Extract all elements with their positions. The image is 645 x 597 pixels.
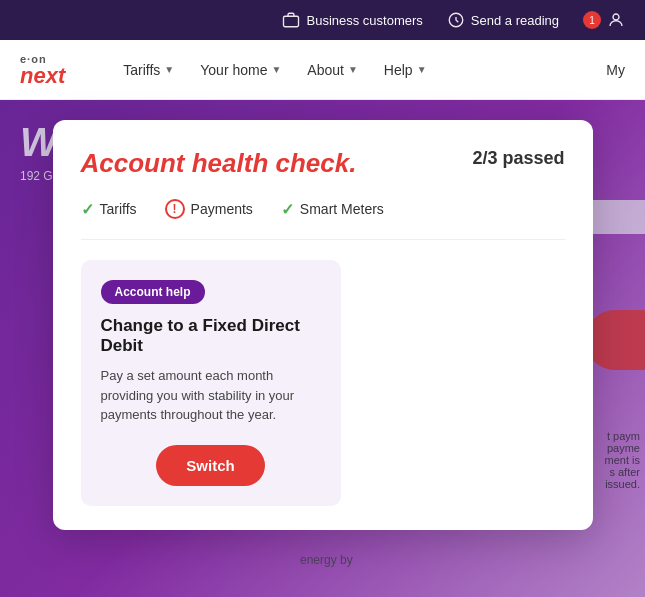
nav-about-label: About — [307, 62, 344, 78]
check-items-row: ✓ Tariffs ! Payments ✓ Smart Meters — [81, 199, 565, 240]
modal-title: Account health check. — [81, 148, 357, 179]
nav-tariffs[interactable]: Tariffs ▼ — [115, 62, 182, 78]
logo-next: next — [20, 65, 65, 87]
chevron-down-icon: ▼ — [417, 64, 427, 75]
notification-count: 1 — [589, 15, 595, 26]
top-bar: Business customers Send a reading 1 — [0, 0, 645, 40]
card-description: Pay a set amount each month providing yo… — [101, 366, 321, 425]
check-item-tariffs: ✓ Tariffs — [81, 200, 137, 219]
chevron-down-icon: ▼ — [348, 64, 358, 75]
chevron-down-icon: ▼ — [164, 64, 174, 75]
modal-score: 2/3 passed — [472, 148, 564, 169]
check-payments-label: Payments — [191, 201, 253, 217]
business-customers-label: Business customers — [306, 13, 422, 28]
nav-my[interactable]: My — [606, 62, 625, 78]
briefcase-icon — [282, 11, 300, 29]
meter-icon — [447, 11, 465, 29]
switch-button[interactable]: Switch — [156, 445, 264, 486]
chevron-down-icon: ▼ — [271, 64, 281, 75]
nav-your-home[interactable]: Your home ▼ — [192, 62, 289, 78]
svg-rect-0 — [284, 16, 299, 27]
check-item-payments: ! Payments — [165, 199, 253, 219]
modal-header: Account health check. 2/3 passed — [81, 148, 565, 179]
business-customers-link[interactable]: Business customers — [282, 11, 422, 29]
nav-bar: e·on next Tariffs ▼ Your home ▼ About ▼ … — [0, 40, 645, 100]
check-tariffs-label: Tariffs — [100, 201, 137, 217]
notification-badge: 1 — [583, 11, 601, 29]
nav-your-home-label: Your home — [200, 62, 267, 78]
nav-help-label: Help — [384, 62, 413, 78]
check-green-icon-2: ✓ — [281, 200, 294, 219]
logo: e·on next — [20, 53, 65, 87]
nav-about[interactable]: About ▼ — [299, 62, 366, 78]
check-item-smart-meters: ✓ Smart Meters — [281, 200, 384, 219]
check-green-icon: ✓ — [81, 200, 94, 219]
modal-dialog: Account health check. 2/3 passed ✓ Tarif… — [53, 120, 593, 530]
account-icon — [607, 11, 625, 29]
modal-overlay: Account health check. 2/3 passed ✓ Tarif… — [0, 100, 645, 597]
check-smart-meters-label: Smart Meters — [300, 201, 384, 217]
nav-help[interactable]: Help ▼ — [376, 62, 435, 78]
send-reading-label: Send a reading — [471, 13, 559, 28]
notifications-link[interactable]: 1 — [583, 11, 625, 29]
check-warning-icon: ! — [165, 199, 185, 219]
send-reading-link[interactable]: Send a reading — [447, 11, 559, 29]
card-title: Change to a Fixed Direct Debit — [101, 316, 321, 356]
card: Account help Change to a Fixed Direct De… — [81, 260, 341, 506]
svg-point-2 — [613, 14, 619, 20]
nav-tariffs-label: Tariffs — [123, 62, 160, 78]
card-badge: Account help — [101, 280, 205, 304]
